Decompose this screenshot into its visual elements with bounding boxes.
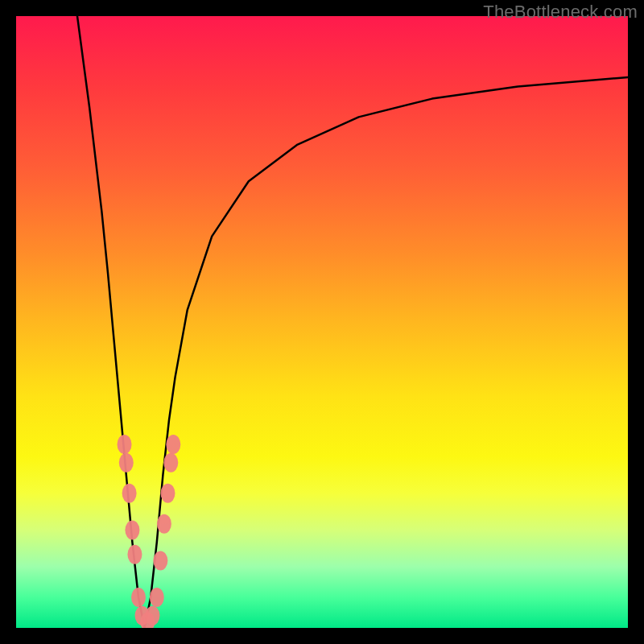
marker-point [160, 484, 175, 503]
chart-svg [16, 16, 628, 628]
marker-point [166, 435, 180, 454]
marker-point [119, 453, 134, 473]
marker-point [157, 514, 171, 534]
curve-right-branch [145, 77, 628, 628]
marker-point [122, 484, 137, 503]
marker-point [131, 588, 146, 607]
marker-point [125, 520, 139, 539]
chart-markers [118, 435, 181, 628]
marker-point [145, 606, 159, 625]
marker-point [163, 453, 178, 473]
marker-point [153, 551, 167, 570]
marker-point [118, 435, 132, 454]
chart-frame [16, 16, 628, 628]
chart-curves [77, 16, 628, 628]
marker-point [150, 588, 164, 607]
marker-point [127, 545, 142, 564]
watermark-text: TheBottleneck.com [483, 2, 638, 23]
